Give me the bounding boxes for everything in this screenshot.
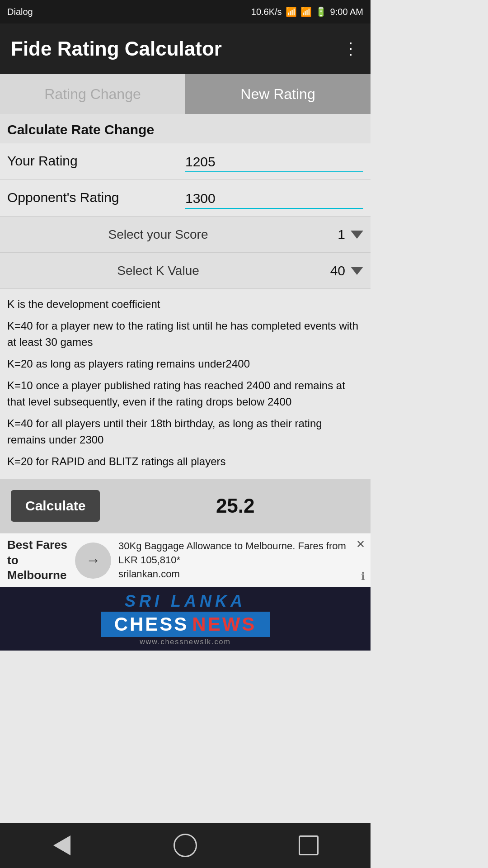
- your-rating-field-wrap: [185, 152, 363, 172]
- nav-recents-button[interactable]: [291, 832, 327, 859]
- tab-rating-change[interactable]: Rating Change: [0, 74, 185, 114]
- battery-icon: 🔋: [315, 6, 327, 17]
- network-speed: 10.6K/s: [251, 7, 282, 17]
- status-right: 10.6K/s 📶 📶 🔋 9:00 AM: [251, 6, 363, 17]
- status-bar: Dialog 10.6K/s 📶 📶 🔋 9:00 AM: [0, 0, 371, 24]
- main-content: Calculate Rate Change Your Rating Oppone…: [0, 114, 371, 651]
- score-dropdown-row[interactable]: Select your Score 1: [0, 217, 371, 253]
- opponent-rating-row: Opponent's Rating: [0, 180, 371, 217]
- ad-banner-1[interactable]: Best Fares to Melbourne → 30Kg Baggage A…: [0, 533, 371, 587]
- nav-home-button[interactable]: [167, 832, 203, 859]
- ad-site-text: srilankan.com: [118, 567, 363, 581]
- chess-news-top-text: SRI LANKA: [125, 592, 246, 611]
- ad-left-text: Best Fares to Melbourne: [7, 538, 68, 583]
- ad-arrow-circle-icon: →: [75, 542, 111, 579]
- kvalue-dropdown-row[interactable]: Select K Value 40: [0, 253, 371, 289]
- signal-icon: 📶: [300, 6, 312, 17]
- nav-bar: [0, 823, 371, 868]
- chess-news-bottom-text: www.chessnewslk.com: [140, 638, 231, 646]
- score-dropdown-value-wrap: 1: [309, 227, 363, 242]
- info-text-1: K=40 for a player new to the rating list…: [7, 318, 363, 350]
- nav-back-button[interactable]: [44, 832, 80, 859]
- tab-new-rating[interactable]: New Rating: [185, 74, 371, 114]
- kvalue-dropdown-label: Select K Value: [7, 264, 309, 278]
- your-rating-row: Your Rating: [0, 143, 371, 180]
- kvalue-dropdown-value: 40: [330, 263, 345, 278]
- info-text-4: K=40 for all players until their 18th bi…: [7, 415, 363, 448]
- app-bar: Fide Rating Calculator ⋮: [0, 24, 371, 74]
- score-dropdown-value: 1: [338, 227, 345, 242]
- opponent-rating-label: Opponent's Rating: [7, 190, 185, 209]
- kvalue-dropdown-value-wrap: 40: [309, 263, 363, 278]
- kvalue-dropdown-arrow-icon: [351, 267, 363, 275]
- opponent-rating-input[interactable]: [185, 189, 363, 209]
- info-text-0: K is the development coefficient: [7, 296, 363, 312]
- app-name: Dialog: [7, 7, 33, 17]
- chess-news-logo: SRI LANKA CHESS NEWS www.chessnewslk.com: [101, 592, 270, 646]
- ad-info-icon[interactable]: ℹ: [361, 570, 365, 583]
- ad-main-text: 30Kg Baggage Allowance to Melbourne. Far…: [118, 539, 363, 567]
- app-title: Fide Rating Calculator: [11, 38, 222, 60]
- info-section: K is the development coefficient K=40 fo…: [0, 289, 371, 479]
- section-title: Calculate Rate Change: [0, 114, 371, 143]
- tab-bar: Rating Change New Rating: [0, 74, 371, 114]
- wifi-icon: 📶: [286, 6, 297, 17]
- ad-right-content: 30Kg Baggage Allowance to Melbourne. Far…: [118, 539, 363, 581]
- calculate-button[interactable]: Calculate: [11, 490, 100, 522]
- ad-close-icon[interactable]: ✕: [356, 538, 365, 551]
- score-dropdown-arrow-icon: [351, 231, 363, 239]
- calculate-row: Calculate 25.2: [0, 479, 371, 533]
- home-icon: [174, 834, 197, 857]
- your-rating-input[interactable]: [185, 152, 363, 172]
- time: 9:00 AM: [330, 7, 363, 17]
- calculate-result: 25.2: [111, 495, 360, 517]
- back-icon: [53, 835, 70, 855]
- overflow-menu-button[interactable]: ⋮: [343, 39, 360, 58]
- info-text-2: K=20 as long as players rating remains u…: [7, 356, 363, 372]
- info-text-5: K=20 for RAPID and BLITZ ratings all pla…: [7, 453, 363, 470]
- chess-news-middle-text: CHESS NEWS: [101, 612, 270, 637]
- info-text-3: K=10 once a player published rating has …: [7, 377, 363, 410]
- ad-arrow-icon: →: [86, 552, 100, 569]
- opponent-rating-field-wrap: [185, 189, 363, 209]
- score-dropdown-label: Select your Score: [7, 227, 309, 242]
- ad-banner-2[interactable]: SRI LANKA CHESS NEWS www.chessnewslk.com: [0, 587, 371, 651]
- your-rating-label: Your Rating: [7, 153, 185, 172]
- recents-icon: [299, 835, 319, 855]
